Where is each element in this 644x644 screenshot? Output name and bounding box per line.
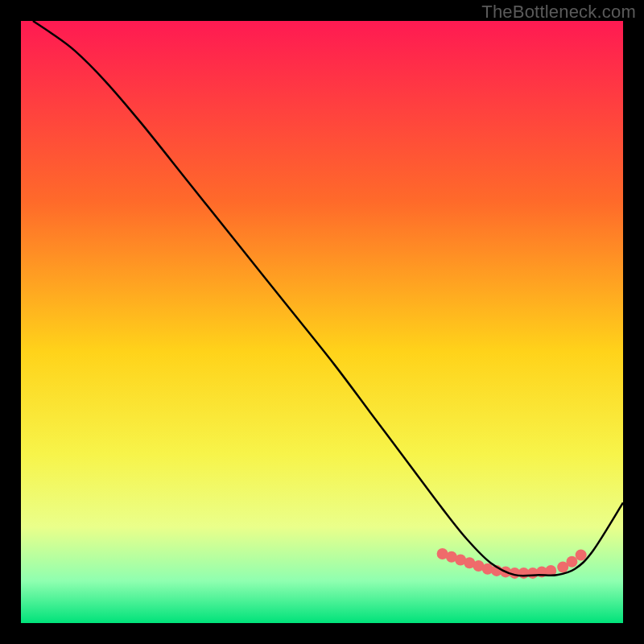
gradient-background [21, 21, 623, 623]
valley-marker-dot [566, 556, 577, 568]
plot-area [21, 21, 623, 623]
watermark-text: TheBottleneck.com [481, 2, 636, 23]
valley-marker-dot [576, 549, 587, 560]
chart-frame: TheBottleneck.com [0, 0, 644, 644]
chart-svg [21, 21, 623, 623]
